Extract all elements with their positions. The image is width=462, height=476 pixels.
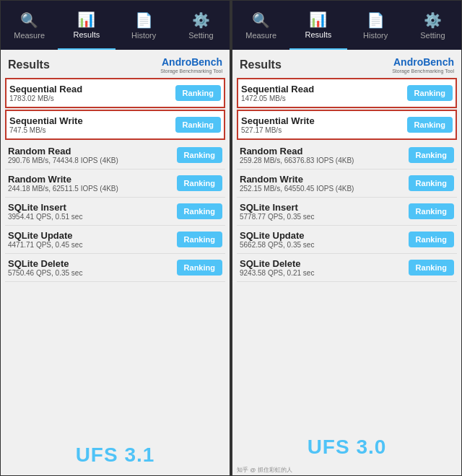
ranking-btn-sqlite-insert-right[interactable]: Ranking bbox=[409, 203, 454, 219]
results-icon-right: 📊 bbox=[309, 11, 327, 28]
bench-row-sqlite-insert-left: SQLite Insert 3954.41 QPS, 0.51 sec Rank… bbox=[5, 198, 225, 226]
history-icon-left: 📄 bbox=[135, 12, 153, 29]
ufs-label-right: UFS 3.0 bbox=[232, 428, 461, 464]
bench-value-rand-read-left: 290.76 MB/s, 74434.8 IOPS (4KB) bbox=[8, 157, 177, 164]
androbench-logo-right: AndroBench Storage Benchmarking Tool bbox=[392, 56, 454, 74]
bench-name-rand-write-right: Random Write bbox=[240, 174, 409, 185]
results-icon-left: 📊 bbox=[77, 11, 95, 28]
measure-icon-left: 🔍 bbox=[20, 12, 38, 29]
ufs-label-left: UFS 3.1 bbox=[1, 436, 230, 472]
nav-setting-label-left: Setting bbox=[188, 31, 213, 40]
nav-results-right[interactable]: 📊 Results bbox=[289, 1, 346, 50]
bench-value-sqlite-update-right: 5662.58 QPS, 0.35 sec bbox=[240, 241, 409, 249]
setting-icon-left: ⚙️ bbox=[192, 12, 210, 29]
ranking-btn-rand-read-left[interactable]: Ranking bbox=[177, 147, 222, 163]
phones-container: 🔍 Measure 📊 Results 📄 History ⚙️ Setting… bbox=[0, 0, 462, 476]
watermark-right: 知乎 @ 抓住彩虹的人 bbox=[232, 464, 461, 475]
bench-value-seq-read-right: 1472.05 MB/s bbox=[241, 94, 407, 102]
bench-value-rand-write-left: 244.18 MB/s, 62511.5 IOPS (4KB) bbox=[8, 185, 177, 193]
bench-value-sqlite-insert-left: 3954.41 QPS, 0.51 sec bbox=[8, 213, 177, 221]
ranking-btn-seq-read-left[interactable]: Ranking bbox=[175, 85, 221, 101]
bench-info-seq-write-left: Sequential Write 747.5 MB/s bbox=[9, 115, 175, 134]
setting-icon-right: ⚙️ bbox=[424, 12, 442, 29]
nav-history-left[interactable]: 📄 History bbox=[116, 1, 173, 50]
bench-row-rand-read-right: Random Read 259.28 MB/s, 66376.83 IOPS (… bbox=[237, 141, 457, 169]
bench-info-sqlite-update-left: SQLite Update 4471.71 QPS, 0.45 sec bbox=[8, 230, 177, 249]
nav-results-left[interactable]: 📊 Results bbox=[58, 1, 115, 50]
bench-info-sqlite-insert-right: SQLite Insert 5778.77 QPS, 0.35 sec bbox=[240, 202, 409, 221]
ranking-btn-rand-read-right[interactable]: Ranking bbox=[409, 147, 454, 163]
bench-name-seq-read-left: Sequential Read bbox=[9, 84, 175, 94]
bench-row-rand-read-left: Random Read 290.76 MB/s, 74434.8 IOPS (4… bbox=[5, 141, 225, 169]
bench-row-rand-write-left: Random Write 244.18 MB/s, 62511.5 IOPS (… bbox=[5, 169, 225, 198]
ranking-btn-rand-write-left[interactable]: Ranking bbox=[177, 175, 222, 191]
nav-setting-left[interactable]: ⚙️ Setting bbox=[173, 1, 230, 50]
ranking-btn-sqlite-insert-left[interactable]: Ranking bbox=[177, 203, 222, 219]
phone-left: 🔍 Measure 📊 Results 📄 History ⚙️ Setting… bbox=[0, 0, 230, 476]
results-header-left: Results AndroBench Storage Benchmarking … bbox=[1, 50, 230, 76]
nav-history-right[interactable]: 📄 History bbox=[347, 1, 404, 50]
nav-measure-right[interactable]: 🔍 Measure bbox=[232, 1, 289, 50]
bench-row-sqlite-delete-left: SQLite Delete 5750.46 QPS, 0.35 sec Rank… bbox=[5, 254, 225, 282]
bench-info-rand-write-left: Random Write 244.18 MB/s, 62511.5 IOPS (… bbox=[8, 174, 177, 193]
bench-value-sqlite-delete-left: 5750.46 QPS, 0.35 sec bbox=[8, 269, 177, 277]
ranking-btn-sqlite-delete-left[interactable]: Ranking bbox=[177, 260, 222, 276]
bench-name-sqlite-insert-left: SQLite Insert bbox=[8, 202, 177, 213]
ranking-btn-seq-read-right[interactable]: Ranking bbox=[407, 85, 453, 101]
results-title-right: Results bbox=[240, 58, 282, 71]
nav-history-label-left: History bbox=[131, 31, 156, 40]
ranking-btn-rand-write-right[interactable]: Ranking bbox=[409, 175, 454, 191]
ranking-btn-sqlite-delete-right[interactable]: Ranking bbox=[409, 260, 454, 276]
bench-row-sqlite-delete-right: SQLite Delete 9243.58 QPS, 0.21 sec Rank… bbox=[237, 254, 457, 282]
logo-sub-left: Storage Benchmarking Tool bbox=[160, 69, 222, 74]
results-title-left: Results bbox=[8, 58, 50, 71]
results-header-right: Results AndroBench Storage Benchmarking … bbox=[232, 50, 461, 76]
nav-results-label-right: Results bbox=[305, 30, 332, 39]
nav-bar-left: 🔍 Measure 📊 Results 📄 History ⚙️ Setting bbox=[1, 1, 230, 50]
ranking-btn-seq-write-right[interactable]: Ranking bbox=[407, 117, 453, 133]
bench-info-sqlite-delete-right: SQLite Delete 9243.58 QPS, 0.21 sec bbox=[240, 258, 409, 277]
bench-name-sqlite-update-left: SQLite Update bbox=[8, 230, 177, 241]
ranking-btn-sqlite-update-right[interactable]: Ranking bbox=[409, 232, 454, 247]
history-icon-right: 📄 bbox=[367, 12, 385, 29]
bench-name-seq-write-right: Sequential Write bbox=[241, 115, 407, 126]
logo-sub-right: Storage Benchmarking Tool bbox=[392, 69, 454, 74]
watermark-left bbox=[1, 472, 230, 475]
bench-info-rand-read-right: Random Read 259.28 MB/s, 66376.83 IOPS (… bbox=[240, 146, 409, 164]
logo-main-right: AndroBench bbox=[393, 56, 454, 68]
nav-measure-label-right: Measure bbox=[245, 31, 276, 40]
bench-value-rand-read-right: 259.28 MB/s, 66376.83 IOPS (4KB) bbox=[240, 157, 409, 164]
bench-value-seq-write-right: 527.17 MB/s bbox=[241, 126, 407, 134]
bench-value-seq-write-left: 747.5 MB/s bbox=[9, 126, 175, 134]
bench-name-seq-write-left: Sequential Write bbox=[9, 115, 175, 126]
bench-name-sqlite-update-right: SQLite Update bbox=[240, 230, 409, 241]
bench-info-rand-write-right: Random Write 252.15 MB/s, 64550.45 IOPS … bbox=[240, 174, 409, 193]
measure-icon-right: 🔍 bbox=[252, 12, 270, 29]
bench-info-sqlite-delete-left: SQLite Delete 5750.46 QPS, 0.35 sec bbox=[8, 258, 177, 277]
nav-setting-right[interactable]: ⚙️ Setting bbox=[404, 1, 461, 50]
bench-name-rand-read-left: Random Read bbox=[8, 146, 177, 157]
bench-name-rand-write-left: Random Write bbox=[8, 174, 177, 185]
bench-info-seq-read-right: Sequential Read 1472.05 MB/s bbox=[241, 84, 407, 102]
androbench-logo-left: AndroBench Storage Benchmarking Tool bbox=[160, 56, 222, 74]
bench-row-seq-read-right: Sequential Read 1472.05 MB/s Ranking bbox=[237, 78, 457, 108]
bench-value-sqlite-update-left: 4471.71 QPS, 0.45 sec bbox=[8, 241, 177, 249]
logo-main-left: AndroBench bbox=[162, 56, 222, 68]
bench-row-seq-write-right: Sequential Write 527.17 MB/s Ranking bbox=[237, 110, 457, 140]
nav-bar-right: 🔍 Measure 📊 Results 📄 History ⚙️ Setting bbox=[232, 1, 461, 50]
phone-right: 🔍 Measure 📊 Results 📄 History ⚙️ Setting… bbox=[232, 0, 462, 476]
bench-info-seq-write-right: Sequential Write 527.17 MB/s bbox=[241, 115, 407, 134]
watermark-text-right: 知乎 @ 抓住彩虹的人 bbox=[237, 466, 292, 474]
ranking-btn-sqlite-update-left[interactable]: Ranking bbox=[177, 232, 222, 247]
bench-row-sqlite-insert-right: SQLite Insert 5778.77 QPS, 0.35 sec Rank… bbox=[237, 198, 457, 226]
bench-name-seq-read-right: Sequential Read bbox=[241, 84, 407, 94]
nav-measure-left[interactable]: 🔍 Measure bbox=[1, 1, 58, 50]
bench-row-seq-write-left: Sequential Write 747.5 MB/s Ranking bbox=[5, 110, 225, 140]
bench-value-sqlite-delete-right: 9243.58 QPS, 0.21 sec bbox=[240, 269, 409, 277]
bench-name-sqlite-delete-right: SQLite Delete bbox=[240, 258, 409, 269]
bench-list-right: Sequential Read 1472.05 MB/s Ranking Seq… bbox=[232, 76, 461, 428]
nav-setting-label-right: Setting bbox=[420, 31, 445, 40]
ranking-btn-seq-write-left[interactable]: Ranking bbox=[175, 117, 221, 133]
bench-value-rand-write-right: 252.15 MB/s, 64550.45 IOPS (4KB) bbox=[240, 185, 409, 193]
bench-list-left: Sequential Read 1783.02 MB/s Ranking Seq… bbox=[1, 76, 230, 436]
